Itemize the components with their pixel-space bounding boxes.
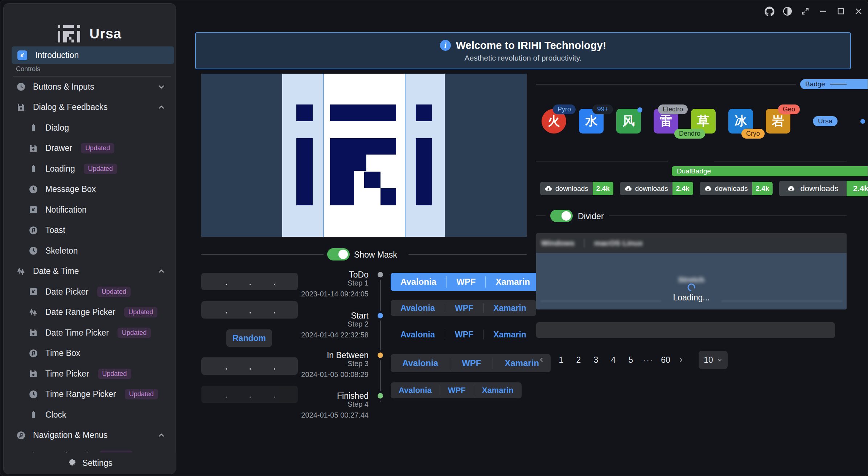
element-glyph: 草	[697, 113, 709, 130]
floppy-icon	[28, 369, 38, 379]
wpf-button[interactable]: WPF	[447, 273, 485, 291]
avalonia-button[interactable]: Avalonia	[391, 300, 445, 316]
sidebar-item-date-time-picker[interactable]: Date Time PickerUpdated	[4, 324, 176, 342]
sidebar-item-clock[interactable]: Clock	[4, 406, 176, 424]
sidebar-item-time-range-picker[interactable]: Time Range PickerUpdated	[4, 385, 176, 403]
divider-toggle[interactable]	[550, 210, 573, 222]
divider-line	[830, 84, 847, 85]
timeline-step-name: Step 2	[347, 320, 369, 328]
minimize-icon[interactable]	[818, 7, 828, 16]
divider-line	[536, 84, 796, 85]
ip-address-input[interactable]	[201, 273, 298, 290]
page-button-last[interactable]: 60	[660, 355, 671, 365]
avalonia-button[interactable]: Avalonia	[391, 327, 445, 342]
sidebar: Ursa Introduction Controls Buttons & Inp…	[3, 3, 176, 474]
page-button[interactable]: 2	[573, 355, 584, 365]
element-glyph: 冰	[735, 113, 747, 130]
sidebar-item-drawer[interactable]: DrawerUpdated	[4, 139, 176, 157]
corner-badge: Cryo	[741, 129, 765, 139]
next-page-button[interactable]	[678, 357, 688, 363]
ip-address-input[interactable]	[201, 357, 298, 375]
corner-badge: 99+	[592, 104, 613, 114]
page-button[interactable]: 3	[591, 355, 601, 365]
close-icon[interactable]	[853, 7, 863, 16]
window-controls	[765, 4, 863, 19]
github-icon[interactable]	[765, 7, 774, 16]
sidebar-item-label: Introduction	[35, 50, 79, 60]
sidebar-item-date-range-picker[interactable]: Date Range PickerUpdated	[4, 303, 176, 321]
xamarin-button[interactable]: Xamarin	[484, 327, 536, 342]
standalone-dot-badge	[860, 119, 865, 124]
sidebar-item-message-box[interactable]: Message Box	[4, 180, 176, 198]
sidebar-item-label: Skeleton	[45, 246, 78, 256]
updated-badge: Updated	[118, 328, 151, 338]
show-mask-toggle[interactable]	[327, 248, 350, 260]
sidebar-item-dialog-feedbacks[interactable]: Dialog & Feedbacks	[4, 98, 176, 116]
wpf-button[interactable]: WPF	[445, 327, 483, 342]
fullscreen-icon[interactable]	[800, 7, 810, 16]
badge-tiles-row: 火Pyro水99+风雷Electro草Dendro冰Cryo岩GeoUrsa	[542, 109, 865, 134]
sidebar-item-navigation-menus[interactable]: Navigation & Menus	[4, 426, 176, 444]
xamarin-button[interactable]: Xamarin	[484, 300, 536, 316]
settings-button[interactable]: Settings	[4, 452, 176, 473]
chevron-up-icon[interactable]	[157, 267, 165, 275]
page-button[interactable]: 5	[625, 355, 636, 365]
text-input[interactable]	[536, 322, 835, 338]
sidebar-item-time-picker[interactable]: Time PickerUpdated	[4, 365, 176, 383]
section-label: Controls	[16, 65, 40, 73]
floppy-icon	[28, 328, 38, 338]
sidebar-item-toast[interactable]: Toast	[4, 221, 176, 239]
sidebar-item-date-picker[interactable]: Date PickerUpdated	[4, 283, 176, 301]
avalonia-button[interactable]: Avalonia	[391, 354, 450, 372]
prev-page-button[interactable]	[538, 357, 549, 363]
download-badge-count: 2.4k	[672, 182, 693, 195]
xamarin-button[interactable]: Xamarin	[474, 382, 522, 398]
avalonia-button[interactable]: Avalonia	[391, 382, 440, 398]
button-group-dark: AvaloniaWPFXamarin	[391, 300, 536, 316]
xamarin-button[interactable]: Xamarin	[486, 273, 540, 291]
download-badge-label: downloads	[800, 184, 838, 193]
note-icon	[28, 348, 38, 358]
sidebar-item-loading[interactable]: LoadingUpdated	[4, 160, 176, 178]
sidebar-divider	[13, 76, 171, 77]
battery-icon	[28, 123, 38, 133]
sidebar-item-buttons-inputs[interactable]: Buttons & Inputs	[4, 78, 176, 96]
chevron-up-icon[interactable]	[157, 103, 165, 111]
button-group-dark-small: AvaloniaWPFXamarin	[391, 382, 522, 398]
ip-address-input[interactable]	[201, 301, 298, 319]
maximize-icon[interactable]	[836, 7, 846, 16]
corner-badge: Geo	[778, 104, 800, 114]
page-button[interactable]: 1	[556, 355, 567, 365]
chevron-up-icon[interactable]	[157, 431, 165, 439]
avalonia-button[interactable]: Avalonia	[391, 273, 446, 291]
loading-panel-tabs: Windows macOS Linux	[536, 233, 847, 253]
random-button[interactable]: Random	[226, 329, 272, 347]
sidebar-item-introduction[interactable]: Introduction	[12, 46, 174, 64]
button-group-solid-blue: AvaloniaWPFXamarin	[391, 273, 540, 291]
tab-macos-linux[interactable]: macOS Linux	[594, 239, 643, 247]
download-badges-row: downloads2.4kdownloads2.4kdownloads2.4kd…	[540, 181, 868, 196]
sidebar-item-time-box[interactable]: Time Box	[4, 344, 176, 362]
wpf-button[interactable]: WPF	[445, 300, 483, 316]
sidebar-item-date-time[interactable]: Date & Time	[4, 262, 176, 280]
banner-title-row: i Welcome to IRIHI Technology!	[440, 40, 606, 52]
tab-separator	[584, 239, 585, 247]
divider-line	[536, 216, 546, 216]
wpf-button[interactable]: WPF	[440, 382, 474, 398]
sidebar-item-notification[interactable]: Notification	[4, 201, 176, 219]
floppy-icon	[16, 102, 26, 112]
banner-title: Welcome to IRIHI Technology!	[456, 40, 606, 52]
divider-line	[201, 254, 324, 255]
chevron-down-icon[interactable]	[157, 83, 165, 91]
page-button[interactable]: 4	[608, 355, 619, 365]
theme-toggle-icon[interactable]	[782, 7, 792, 16]
element-tile: 雷Electro	[654, 109, 678, 134]
wpf-button[interactable]: WPF	[450, 354, 493, 372]
sidebar-item-dialog[interactable]: Dialog	[4, 119, 176, 137]
timeline-step-dot	[378, 272, 383, 278]
corner-badge: Pyro	[553, 104, 576, 114]
page-size-select[interactable]: 10	[699, 351, 728, 369]
sidebar-item-skeleton[interactable]: Skeleton	[4, 242, 176, 260]
sidebar-item-label: Date Time Picker	[45, 328, 109, 338]
tab-windows[interactable]: Windows	[541, 239, 575, 247]
